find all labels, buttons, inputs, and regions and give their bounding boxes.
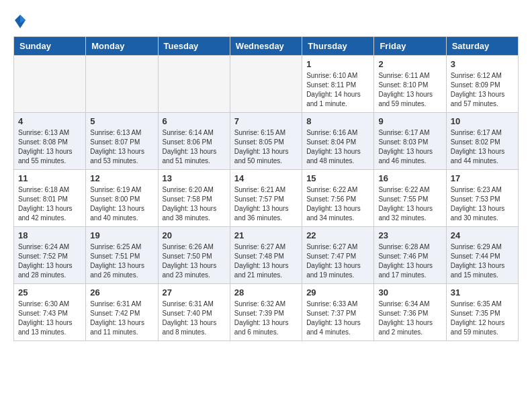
day-number: 1 [306, 59, 369, 69]
logo-icon [13, 13, 27, 30]
calendar-cell: 9Sunrise: 6:17 AMSunset: 8:03 PMDaylight… [374, 113, 446, 170]
day-info: Sunrise: 6:16 AMSunset: 8:04 PMDaylight:… [306, 128, 369, 166]
calendar-cell: 2Sunrise: 6:11 AMSunset: 8:10 PMDaylight… [374, 56, 446, 113]
day-info: Sunrise: 6:35 AMSunset: 7:35 PMDaylight:… [451, 300, 514, 337]
calendar-cell: 19Sunrise: 6:25 AMSunset: 7:51 PMDayligh… [86, 227, 158, 284]
calendar-cell: 11Sunrise: 6:18 AMSunset: 8:01 PMDayligh… [14, 170, 86, 227]
day-info: Sunrise: 6:26 AMSunset: 7:50 PMDaylight:… [163, 242, 226, 280]
calendar-cell: 17Sunrise: 6:23 AMSunset: 7:53 PMDayligh… [446, 170, 518, 227]
day-number: 25 [18, 287, 81, 298]
day-number: 3 [451, 59, 514, 69]
day-info: Sunrise: 6:18 AMSunset: 8:01 PMDaylight:… [18, 185, 81, 223]
day-number: 11 [18, 173, 81, 183]
day-number: 14 [234, 173, 298, 183]
day-number: 28 [234, 287, 298, 298]
calendar-cell: 12Sunrise: 6:19 AMSunset: 8:00 PMDayligh… [86, 170, 158, 227]
day-info: Sunrise: 6:17 AMSunset: 8:03 PMDaylight:… [378, 128, 441, 166]
weekday-header-sunday: Sunday [14, 37, 86, 56]
day-info: Sunrise: 6:14 AMSunset: 8:06 PMDaylight:… [163, 128, 226, 166]
day-info: Sunrise: 6:22 AMSunset: 7:55 PMDaylight:… [378, 185, 441, 223]
calendar-cell: 22Sunrise: 6:27 AMSunset: 7:47 PMDayligh… [302, 227, 374, 284]
day-info: Sunrise: 6:20 AMSunset: 7:58 PMDaylight:… [163, 185, 226, 223]
day-number: 22 [306, 230, 369, 240]
day-info: Sunrise: 6:17 AMSunset: 8:02 PMDaylight:… [451, 128, 514, 166]
calendar-cell: 21Sunrise: 6:27 AMSunset: 7:48 PMDayligh… [230, 227, 302, 284]
day-info: Sunrise: 6:32 AMSunset: 7:39 PMDaylight:… [234, 300, 298, 337]
day-number: 20 [163, 230, 226, 240]
calendar-week-row: 25Sunrise: 6:30 AMSunset: 7:43 PMDayligh… [14, 284, 519, 341]
calendar-cell [86, 56, 158, 113]
calendar-cell: 25Sunrise: 6:30 AMSunset: 7:43 PMDayligh… [14, 284, 86, 341]
day-info: Sunrise: 6:28 AMSunset: 7:46 PMDaylight:… [378, 242, 441, 280]
day-number: 10 [451, 116, 514, 126]
weekday-header-row: SundayMondayTuesdayWednesdayThursdayFrid… [14, 37, 519, 56]
day-info: Sunrise: 6:29 AMSunset: 7:44 PMDaylight:… [451, 242, 514, 280]
calendar-cell: 24Sunrise: 6:29 AMSunset: 7:44 PMDayligh… [446, 227, 518, 284]
day-info: Sunrise: 6:30 AMSunset: 7:43 PMDaylight:… [18, 300, 81, 337]
day-number: 4 [18, 116, 81, 126]
calendar-cell: 10Sunrise: 6:17 AMSunset: 8:02 PMDayligh… [446, 113, 518, 170]
day-number: 5 [90, 116, 153, 126]
calendar-cell: 30Sunrise: 6:34 AMSunset: 7:36 PMDayligh… [374, 284, 446, 341]
day-info: Sunrise: 6:31 AMSunset: 7:40 PMDaylight:… [163, 300, 226, 337]
calendar-week-row: 4Sunrise: 6:13 AMSunset: 8:08 PMDaylight… [14, 113, 519, 170]
day-info: Sunrise: 6:23 AMSunset: 7:53 PMDaylight:… [451, 185, 514, 223]
calendar-cell: 20Sunrise: 6:26 AMSunset: 7:50 PMDayligh… [158, 227, 230, 284]
day-number: 29 [306, 287, 369, 298]
calendar-cell: 29Sunrise: 6:33 AMSunset: 7:37 PMDayligh… [302, 284, 374, 341]
calendar-cell: 18Sunrise: 6:24 AMSunset: 7:52 PMDayligh… [14, 227, 86, 284]
calendar-cell [158, 56, 230, 113]
calendar-cell [14, 56, 86, 113]
calendar-week-row: 18Sunrise: 6:24 AMSunset: 7:52 PMDayligh… [14, 227, 519, 284]
calendar-cell: 5Sunrise: 6:13 AMSunset: 8:07 PMDaylight… [86, 113, 158, 170]
day-info: Sunrise: 6:21 AMSunset: 7:57 PMDaylight:… [234, 185, 298, 223]
day-number: 8 [306, 116, 369, 126]
logo [13, 13, 30, 30]
day-info: Sunrise: 6:13 AMSunset: 8:07 PMDaylight:… [90, 128, 153, 166]
weekday-header-wednesday: Wednesday [230, 37, 302, 56]
weekday-header-tuesday: Tuesday [158, 37, 230, 56]
calendar-cell: 27Sunrise: 6:31 AMSunset: 7:40 PMDayligh… [158, 284, 230, 341]
day-number: 26 [90, 287, 153, 298]
day-number: 30 [378, 287, 441, 298]
day-info: Sunrise: 6:24 AMSunset: 7:52 PMDaylight:… [18, 242, 81, 280]
day-number: 9 [378, 116, 441, 126]
day-number: 31 [451, 287, 514, 298]
day-number: 18 [18, 230, 81, 240]
calendar-cell: 16Sunrise: 6:22 AMSunset: 7:55 PMDayligh… [374, 170, 446, 227]
day-info: Sunrise: 6:27 AMSunset: 7:47 PMDaylight:… [306, 242, 369, 280]
day-number: 15 [306, 173, 369, 183]
day-info: Sunrise: 6:22 AMSunset: 7:56 PMDaylight:… [306, 185, 369, 223]
day-info: Sunrise: 6:12 AMSunset: 8:09 PMDaylight:… [451, 71, 514, 109]
calendar-cell: 31Sunrise: 6:35 AMSunset: 7:35 PMDayligh… [446, 284, 518, 341]
calendar-cell: 1Sunrise: 6:10 AMSunset: 8:11 PMDaylight… [302, 56, 374, 113]
day-number: 2 [378, 59, 441, 69]
day-info: Sunrise: 6:27 AMSunset: 7:48 PMDaylight:… [234, 242, 298, 280]
weekday-header-saturday: Saturday [446, 37, 518, 56]
page-header [13, 13, 519, 30]
day-number: 17 [451, 173, 514, 183]
calendar-cell: 28Sunrise: 6:32 AMSunset: 7:39 PMDayligh… [230, 284, 302, 341]
calendar-cell: 14Sunrise: 6:21 AMSunset: 7:57 PMDayligh… [230, 170, 302, 227]
calendar-cell [230, 56, 302, 113]
calendar-week-row: 11Sunrise: 6:18 AMSunset: 8:01 PMDayligh… [14, 170, 519, 227]
day-info: Sunrise: 6:34 AMSunset: 7:36 PMDaylight:… [378, 300, 441, 337]
day-info: Sunrise: 6:13 AMSunset: 8:08 PMDaylight:… [18, 128, 81, 166]
weekday-header-thursday: Thursday [302, 37, 374, 56]
calendar-cell: 7Sunrise: 6:15 AMSunset: 8:05 PMDaylight… [230, 113, 302, 170]
calendar-cell: 6Sunrise: 6:14 AMSunset: 8:06 PMDaylight… [158, 113, 230, 170]
day-number: 21 [234, 230, 298, 240]
weekday-header-friday: Friday [374, 37, 446, 56]
calendar-cell: 13Sunrise: 6:20 AMSunset: 7:58 PMDayligh… [158, 170, 230, 227]
day-info: Sunrise: 6:33 AMSunset: 7:37 PMDaylight:… [306, 300, 369, 337]
day-number: 19 [90, 230, 153, 240]
day-info: Sunrise: 6:15 AMSunset: 8:05 PMDaylight:… [234, 128, 298, 166]
day-number: 7 [234, 116, 298, 126]
calendar-cell: 15Sunrise: 6:22 AMSunset: 7:56 PMDayligh… [302, 170, 374, 227]
day-info: Sunrise: 6:31 AMSunset: 7:42 PMDaylight:… [90, 300, 153, 337]
calendar-cell: 4Sunrise: 6:13 AMSunset: 8:08 PMDaylight… [14, 113, 86, 170]
day-number: 16 [378, 173, 441, 183]
day-info: Sunrise: 6:25 AMSunset: 7:51 PMDaylight:… [90, 242, 153, 280]
day-info: Sunrise: 6:10 AMSunset: 8:11 PMDaylight:… [306, 71, 369, 109]
day-number: 23 [378, 230, 441, 240]
